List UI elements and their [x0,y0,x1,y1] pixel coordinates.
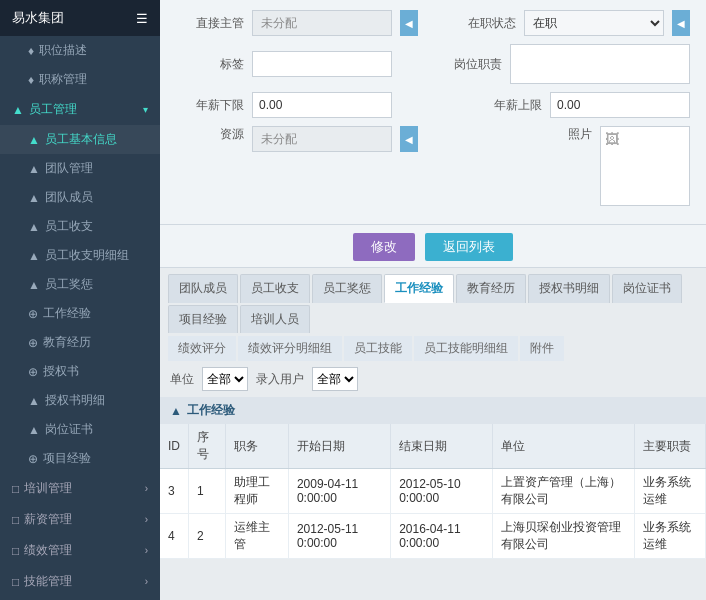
col-position: 职务 [226,424,289,469]
edit-button[interactable]: 修改 [353,233,415,261]
tab-edu-exp[interactable]: 教育经历 [456,274,526,303]
triangle-icon: ▲ [28,191,40,205]
sidebar-item-label: 工作经验 [43,305,91,322]
menu-icon[interactable]: ☰ [136,11,148,26]
tab-employee-award[interactable]: 员工奖惩 [312,274,382,303]
employment-status-select[interactable]: 在职 [524,10,664,36]
table-wrapper: ID 序号 职务 开始日期 结束日期 单位 主要职责 3 1 助理工程师 200… [160,424,706,559]
tab-annex[interactable]: 附件 [520,336,564,361]
sidebar-item-label: 员工收支 [45,218,93,235]
sidebar-item-work-exp[interactable]: ⊕ 工作经验 [0,299,160,328]
btn-row: 修改 返回列表 [160,225,706,268]
sidebar-item-employee-mgmt[interactable]: ▲ 员工管理 ▾ [0,94,160,125]
sidebar-item-employee-basic[interactable]: ▲ 员工基本信息 [0,125,160,154]
sidebar-item-team-member[interactable]: ▲ 团队成员 [0,183,160,212]
tab-project-exp[interactable]: 项目经验 [168,305,238,333]
sidebar-item-tech-mgmt[interactable]: □ 技能管理 › [0,566,160,597]
chevron-icon: › [145,514,148,525]
triangle-icon: ▲ [28,162,40,176]
diamond-icon: ♦ [28,73,34,87]
tab-perf-score-detail[interactable]: 绩效评分明细组 [238,336,342,361]
position-resp-textarea[interactable] [510,44,690,84]
triangle-icon: ▲ [28,394,40,408]
cell-position: 运维主管 [226,514,289,559]
user-filter-select[interactable]: 全部 [312,367,358,391]
sidebar-item-edu-exp[interactable]: ⊕ 教育经历 [0,328,160,357]
sidebar: 易水集团 ☰ ♦ 职位描述 ♦ 职称管理 ▲ 员工管理 ▾ ▲ 员工基本信息 ▲… [0,0,160,600]
employment-status-btn[interactable]: ◀ [672,10,690,36]
tabs-row1: 团队成员 员工收支 员工奖惩 工作经验 教育经历 授权书明细 岗位证书 项目经验 [168,268,698,333]
main-content: 直接主管 未分配 ◀ 在职状态 在职 ◀ 标签 岗位职责 年薪下限 年薪上限 [160,0,706,600]
table-row[interactable]: 3 1 助理工程师 2009-04-11 0:00:00 2012-05-10 … [160,469,706,514]
box-icon: □ [12,482,19,496]
salary-lower-input[interactable] [252,92,392,118]
sidebar-item-label: 职称管理 [39,71,87,88]
sidebar-item-perf-mgmt[interactable]: □ 绩效管理 › [0,535,160,566]
sidebar-item-label: 团队管理 [45,160,93,177]
salary-lower-label: 年薪下限 [176,97,244,114]
sidebar-item-cert[interactable]: ⊕ 授权书 [0,357,160,386]
sidebar-item-employee-payroll2[interactable]: ▲ 员工收支明细组 [0,241,160,270]
sidebar-item-training-mgmt[interactable]: □ 培训管理 › [0,473,160,504]
cell-end-date: 2012-05-10 0:00:00 [391,469,493,514]
sidebar-item-job-desc[interactable]: ♦ 职位描述 [0,36,160,65]
resources-btn[interactable]: ◀ [400,126,418,152]
triangle-icon: ▲ [28,278,40,292]
sidebar-item-label: 项目经验 [43,450,91,467]
cancel-button[interactable]: 返回列表 [425,233,513,261]
direct-supervisor-value: 未分配 [252,10,392,36]
col-seq: 序号 [189,424,226,469]
salary-upper-label: 年薪上限 [474,97,542,114]
tab-training[interactable]: 培训人员 [240,305,310,333]
cell-unit: 上海贝琛创业投资管理有限公司 [493,514,635,559]
col-end-date: 结束日期 [391,424,493,469]
tab-work-exp[interactable]: 工作经验 [384,274,454,303]
sidebar-item-job-mgmt[interactable]: ♦ 职称管理 [0,65,160,94]
tab-team-member[interactable]: 团队成员 [168,274,238,303]
plus-icon: ⊕ [28,365,38,379]
tab-position-cert[interactable]: 岗位证书 [612,274,682,303]
sidebar-item-salary-mgmt[interactable]: □ 薪资管理 › [0,504,160,535]
photo-box: 🖼 [600,126,690,206]
sidebar-item-label: 授权书 [43,363,79,380]
triangle-icon: ▲ [28,133,40,147]
sidebar-item-label: 员工收支明细组 [45,247,129,264]
table-header-row: ID 序号 职务 开始日期 结束日期 单位 主要职责 [160,424,706,469]
tab-perf-score[interactable]: 绩效评分 [168,336,236,361]
sidebar-item-employee-award[interactable]: ▲ 员工奖惩 [0,270,160,299]
form-row-tags: 标签 岗位职责 [176,44,690,84]
cell-seq: 1 [189,469,226,514]
tags-input[interactable] [252,51,392,77]
col-unit: 单位 [493,424,635,469]
tab-employee-skill-detail[interactable]: 员工技能明细组 [414,336,518,361]
form-area: 直接主管 未分配 ◀ 在职状态 在职 ◀ 标签 岗位职责 年薪下限 年薪上限 [160,0,706,225]
cell-seq: 2 [189,514,226,559]
sidebar-item-employee-payroll[interactable]: ▲ 员工收支 [0,212,160,241]
user-filter-label: 录入用户 [256,371,304,388]
work-exp-table: ID 序号 职务 开始日期 结束日期 单位 主要职责 3 1 助理工程师 200… [160,424,706,559]
chevron-icon: › [145,576,148,587]
tab-cert[interactable]: 授权书明细 [528,274,610,303]
chevron-icon: › [145,483,148,494]
direct-supervisor-btn[interactable]: ◀ [400,10,418,36]
cell-start-date: 2012-05-11 0:00:00 [288,514,390,559]
sidebar-item-position-cert[interactable]: ▲ 岗位证书 [0,415,160,444]
col-start-date: 开始日期 [288,424,390,469]
sidebar-item-project-exp[interactable]: ⊕ 项目经验 [0,444,160,473]
cell-unit: 上置资产管理（上海）有限公司 [493,469,635,514]
tab-employee-skill[interactable]: 员工技能 [344,336,412,361]
tab-employee-payroll[interactable]: 员工收支 [240,274,310,303]
box-icon: □ [12,575,19,589]
table-row[interactable]: 4 2 运维主管 2012-05-11 0:00:00 2016-04-11 0… [160,514,706,559]
col-main-duty: 主要职责 [635,424,706,469]
sidebar-item-label: 员工奖惩 [45,276,93,293]
sidebar-item-cert-detail[interactable]: ▲ 授权书明细 [0,386,160,415]
sidebar-item-label: 岗位证书 [45,421,93,438]
photo-label: 照片 [524,126,592,143]
sidebar-item-team-mgmt[interactable]: ▲ 团队管理 [0,154,160,183]
resources-value: 未分配 [252,126,392,152]
salary-upper-input[interactable] [550,92,690,118]
unit-filter-select[interactable]: 全部 [202,367,248,391]
sidebar-item-label: 员工管理 [29,101,77,118]
form-row-supervisor: 直接主管 未分配 ◀ 在职状态 在职 ◀ [176,10,690,36]
